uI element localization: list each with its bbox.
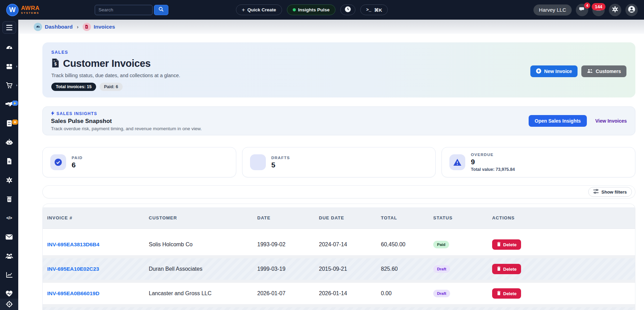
customer-cell: Lancaster and Gross LLC [149,290,257,297]
col-header-invoice[interactable]: INVOICE # [47,215,149,220]
customers-button[interactable]: Customers [581,65,626,77]
sidebar-item-products[interactable]: › [5,62,14,71]
insights-subtitle: Track overdue risk, payment timing, and … [51,126,202,131]
trash-icon [497,291,501,297]
hamburger-icon [6,25,12,26]
brand-logo-icon: W [6,4,19,16]
target-icon [6,301,13,309]
envelope-icon [6,234,13,240]
sidebar-item-target[interactable] [0,299,18,310]
col-header-total[interactable]: TOTAL [381,215,433,220]
robot-icon [6,138,13,146]
total-cell: 825.60 [381,266,433,272]
table-row: INV-695EA0B66019D Lancaster and Gross LL… [43,283,635,304]
clock-icon [344,6,351,14]
delete-button[interactable]: Delete [492,239,521,250]
customer-cell: Solis Holcomb Co [149,241,257,248]
sidebar-item-developer[interactable]: </> [5,214,14,222]
history-clock-button[interactable] [340,4,355,15]
chart-line-icon [6,272,13,278]
sidebar-item-mail[interactable] [5,233,14,241]
col-header-date[interactable]: DATE [257,215,319,220]
stat-value: 5 [271,161,290,169]
delete-button[interactable]: Delete [492,264,521,274]
date-cell: 1999-03-19 [257,266,319,272]
new-invoice-button[interactable]: New Invoice [530,65,578,77]
stat-card-paid: PAID 6 [42,147,236,177]
org-name-pill[interactable]: Harvey LLC [533,4,572,16]
search-button[interactable] [154,5,168,15]
drafts-icon [250,154,266,170]
trash-icon [497,242,501,248]
terminal-icon: >_ [366,8,371,12]
sidebar-item-catalog[interactable] [5,119,14,127]
sidebar-item-health[interactable] [5,290,14,298]
sliders-icon [593,189,599,195]
sidebar-toggle-button[interactable] [2,21,16,34]
table-row: INV-695EA10E02C23 Duran Bell Associates … [43,258,635,280]
paid-count-badge: Paid: 6 [100,83,123,91]
sidebar-item-analytics[interactable] [5,271,14,279]
dashboard-crumb-icon [34,23,42,31]
sidebar-item-partners[interactable] [5,100,14,108]
sidebar-item-documents[interactable] [5,157,14,165]
open-sales-insights-button[interactable]: Open Sales Insights [529,115,587,127]
sidebar-item-assistant[interactable] [5,138,14,146]
invoice-doc-icon: $ [51,58,60,69]
stat-label: OVERDUE [471,153,515,157]
notifications-button[interactable]: 144 [592,4,605,16]
delete-button[interactable]: Delete [492,288,521,299]
col-header-customer[interactable]: CUSTOMER [149,215,257,220]
chevron-right-icon: › [16,83,18,87]
breadcrumb-dashboard-link[interactable]: Dashboard [34,23,73,31]
quick-create-button[interactable]: + Quick Create [236,4,282,15]
page-subtitle: Track billing status, due dates, and col… [51,73,180,78]
sidebar-item-settings[interactable] [5,176,14,184]
sidebar-item-trash[interactable] [5,195,14,203]
invoice-link[interactable]: INV-695EA0B66019D [47,290,149,297]
invoice-link[interactable]: INV-695EA3813D6B4 [47,241,149,248]
stat-label: PAID [72,156,83,160]
insights-pulse-button[interactable]: Insights Pulse [287,4,336,15]
brand-logo[interactable]: W AWRA SYSTEMS [6,4,40,16]
settings-button[interactable] [609,4,621,16]
stat-detail: Total value: 73,975.84 [471,167,515,172]
sidebar-item-dashboard[interactable] [5,43,14,52]
show-filters-button[interactable]: Show filters [588,187,632,197]
sales-insights-card: SALES INSIGHTS Sales Pulse Snapshot Trac… [42,106,635,135]
account-button[interactable] [625,4,638,16]
due-date-cell: 2015-09-21 [319,266,381,272]
brand-name: AWRA [21,5,40,11]
breadcrumb-invoices-link[interactable]: $ Invoices [83,23,115,31]
gear-icon [6,177,13,184]
lightning-badge-icon [12,101,18,106]
plus-circle-icon [536,68,541,75]
hero-eyebrow: SALES [51,50,180,55]
book-icon [6,120,12,127]
messages-count-badge: 4 [584,2,590,9]
col-header-status: STATUS [433,215,492,220]
view-invoices-link[interactable]: View Invoices [595,118,627,124]
main-content: SALES $ Customer Invoices Track billing … [18,34,644,310]
svg-text:$: $ [86,26,87,28]
messages-button[interactable]: 4 [576,4,588,16]
total-cell: 60,450.00 [381,241,433,248]
sidebar-item-orders[interactable]: › [5,81,14,90]
plus-icon: + [242,7,245,13]
table-header-row: INVOICE # CUSTOMER DATE DUE DATE TOTAL S… [43,207,635,229]
overdue-warning-icon [449,154,465,170]
sidebar-item-customers[interactable] [5,252,14,260]
stat-label: DRAFTS [271,156,290,160]
col-header-due-date[interactable]: DUE DATE [319,215,381,220]
pulse-dot-icon [293,8,296,11]
cart-icon [6,82,13,89]
heart-pulse-icon [6,291,13,297]
invoice-link[interactable]: INV-695EA10E02C23 [47,266,149,272]
search-input[interactable] [95,5,153,15]
code-icon: </> [6,216,12,220]
status-badge: Draft [433,265,450,273]
left-sidebar: › › [0,20,18,310]
command-palette-button[interactable]: >_ ⌘K [360,4,388,15]
users-icon [5,253,13,259]
user-avatar-icon [628,6,635,14]
